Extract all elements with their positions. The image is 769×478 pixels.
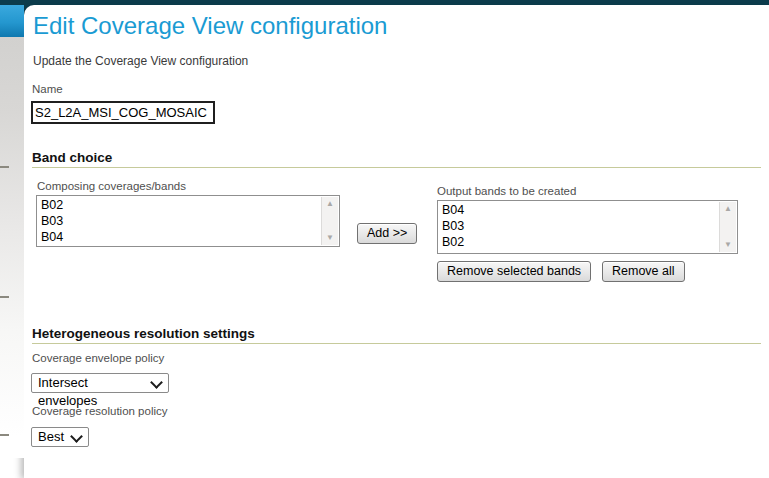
band-choice-heading: Band choice bbox=[32, 150, 112, 165]
resolution-settings-heading: Heterogeneous resolution settings bbox=[32, 326, 255, 341]
name-input[interactable] bbox=[31, 101, 215, 124]
margin-tick bbox=[0, 296, 9, 298]
margin-tick bbox=[0, 434, 9, 436]
scrollbar[interactable]: ▲ ▼ bbox=[321, 197, 338, 245]
composing-bands-listbox[interactable]: B02B03B04 ▲ ▼ bbox=[36, 195, 340, 247]
add-bands-button[interactable]: Add >> bbox=[357, 223, 417, 244]
header-blue-fragment bbox=[0, 5, 24, 37]
list-item[interactable]: B04 bbox=[438, 202, 720, 218]
page-left-margin bbox=[0, 37, 24, 458]
composing-bands-label: Composing coverages/bands bbox=[37, 180, 186, 192]
output-bands-listbox[interactable]: B04B03B02 ▲ ▼ bbox=[437, 200, 738, 254]
margin-tick bbox=[0, 166, 9, 168]
name-label: Name bbox=[32, 83, 63, 95]
coverage-view-page: Edit Coverage View configuration Update … bbox=[0, 0, 769, 478]
output-bands-list: B04B03B02 bbox=[438, 201, 720, 253]
chevron-down-icon bbox=[150, 376, 163, 389]
list-item[interactable]: B04 bbox=[37, 229, 322, 245]
envelope-policy-value: Intersect envelopes bbox=[38, 375, 97, 408]
envelope-policy-label: Coverage envelope policy bbox=[32, 352, 164, 364]
chevron-down-icon bbox=[70, 430, 83, 443]
resolution-policy-value: Best bbox=[38, 429, 64, 444]
output-bands-label: Output bands to be created bbox=[437, 185, 576, 197]
list-item[interactable]: B03 bbox=[438, 218, 720, 234]
page-title: Edit Coverage View configuration bbox=[33, 12, 387, 40]
resolution-settings-rule bbox=[32, 343, 761, 344]
scroll-up-icon[interactable]: ▲ bbox=[720, 202, 736, 216]
list-item[interactable]: B02 bbox=[37, 197, 322, 213]
scroll-up-icon[interactable]: ▲ bbox=[322, 197, 338, 211]
page-subtitle: Update the Coverage View configuration bbox=[33, 54, 248, 68]
scroll-down-icon[interactable]: ▼ bbox=[720, 238, 736, 252]
envelope-policy-select[interactable]: Intersect envelopes bbox=[31, 373, 169, 393]
remove-all-button[interactable]: Remove all bbox=[602, 261, 685, 282]
scrollbar[interactable]: ▲ ▼ bbox=[719, 202, 736, 252]
list-item[interactable]: B03 bbox=[37, 213, 322, 229]
resolution-policy-select[interactable]: Best bbox=[31, 427, 89, 447]
scroll-down-icon[interactable]: ▼ bbox=[322, 231, 338, 245]
band-choice-rule bbox=[32, 167, 761, 168]
list-item[interactable]: B02 bbox=[438, 234, 720, 250]
remove-selected-bands-button[interactable]: Remove selected bands bbox=[437, 261, 591, 282]
resolution-policy-label: Coverage resolution policy bbox=[32, 405, 168, 417]
composing-bands-list: B02B03B04 bbox=[37, 196, 322, 246]
